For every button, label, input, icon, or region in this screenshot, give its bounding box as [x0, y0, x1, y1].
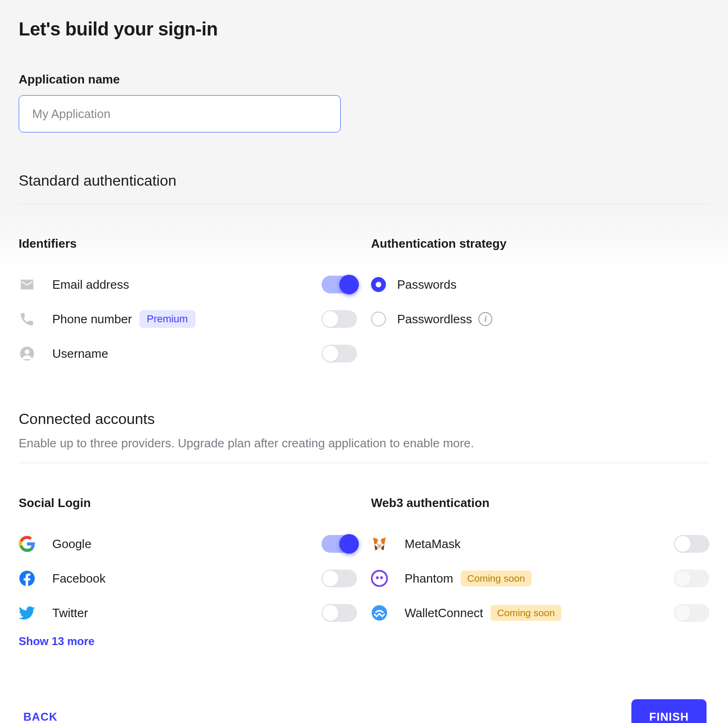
- identifier-label: Username: [52, 347, 108, 361]
- user-icon: [19, 345, 52, 362]
- finish-button[interactable]: FINISH: [631, 699, 707, 723]
- coming-soon-badge: Coming soon: [490, 605, 561, 621]
- toggle-google[interactable]: [322, 535, 357, 553]
- twitter-icon: [19, 605, 52, 621]
- info-icon[interactable]: i: [478, 312, 492, 326]
- coming-soon-badge: Coming soon: [461, 570, 532, 586]
- email-icon: [19, 276, 52, 293]
- identifier-label: Phone number: [52, 312, 132, 327]
- app-name-input[interactable]: [19, 95, 341, 132]
- app-name-label: Application name: [19, 72, 709, 87]
- radio-passwords[interactable]: [371, 277, 386, 292]
- toggle-walletconnect: [674, 604, 709, 622]
- svg-point-10: [372, 571, 387, 586]
- svg-marker-8: [375, 545, 378, 550]
- identifier-row-email: Email address: [19, 267, 357, 302]
- connected-accounts-sub: Enable up to three providers. Upgrade pl…: [19, 436, 709, 463]
- web3-label: WalletConnect: [405, 606, 483, 620]
- social-label: Facebook: [52, 571, 105, 586]
- social-login-title: Social Login: [19, 496, 357, 510]
- identifier-row-username: Username: [19, 336, 357, 371]
- premium-badge: Premium: [140, 310, 196, 328]
- toggle-metamask[interactable]: [674, 535, 709, 553]
- toggle-username[interactable]: [322, 345, 357, 362]
- strategy-title: Authentication strategy: [371, 236, 709, 251]
- strategy-label: Passwords: [397, 278, 456, 292]
- social-row-google: Google: [19, 527, 357, 561]
- social-label: Google: [52, 537, 91, 551]
- strategy-option-passwords[interactable]: Passwords: [371, 267, 709, 302]
- connected-accounts-heading: Connected accounts: [19, 410, 709, 428]
- toggle-facebook[interactable]: [322, 570, 357, 587]
- metamask-icon: [371, 535, 405, 552]
- facebook-icon: [19, 570, 52, 587]
- show-more-link[interactable]: Show 13 more: [19, 635, 357, 648]
- standard-auth-heading: Standard authentication: [19, 172, 709, 204]
- page-title: Let's build your sign-in: [19, 19, 709, 40]
- web3-row-walletconnect: WalletConnect Coming soon: [371, 596, 709, 630]
- walletconnect-icon: [371, 605, 405, 621]
- web3-row-metamask: MetaMask: [371, 527, 709, 561]
- strategy-label: Passwordless: [397, 312, 472, 327]
- toggle-phone[interactable]: [322, 310, 357, 328]
- web3-label: Phantom: [405, 571, 453, 586]
- identifier-label: Email address: [52, 278, 129, 292]
- toggle-email[interactable]: [322, 276, 357, 293]
- phantom-icon: [371, 570, 405, 587]
- back-button[interactable]: BACK: [21, 706, 59, 723]
- svg-marker-7: [378, 543, 382, 549]
- web3-label: MetaMask: [405, 537, 461, 551]
- svg-point-11: [376, 577, 379, 579]
- identifier-row-phone: Phone number Premium: [19, 302, 357, 336]
- social-row-twitter: Twitter: [19, 596, 357, 630]
- svg-point-1: [25, 349, 29, 354]
- social-row-facebook: Facebook: [19, 561, 357, 596]
- web3-row-phantom: Phantom Coming soon: [371, 561, 709, 596]
- svg-point-12: [380, 577, 383, 579]
- toggle-twitter[interactable]: [322, 604, 357, 622]
- web3-title: Web3 authentication: [371, 496, 709, 510]
- social-label: Twitter: [52, 606, 88, 620]
- svg-marker-5: [373, 538, 378, 545]
- radio-passwordless[interactable]: [371, 312, 386, 327]
- phone-icon: [19, 311, 52, 327]
- google-icon: [19, 535, 52, 552]
- svg-marker-9: [382, 545, 385, 550]
- identifiers-title: Identifiers: [19, 236, 357, 251]
- strategy-option-passwordless[interactable]: Passwordless i: [371, 302, 709, 336]
- svg-marker-6: [382, 538, 386, 545]
- toggle-phantom: [674, 570, 709, 587]
